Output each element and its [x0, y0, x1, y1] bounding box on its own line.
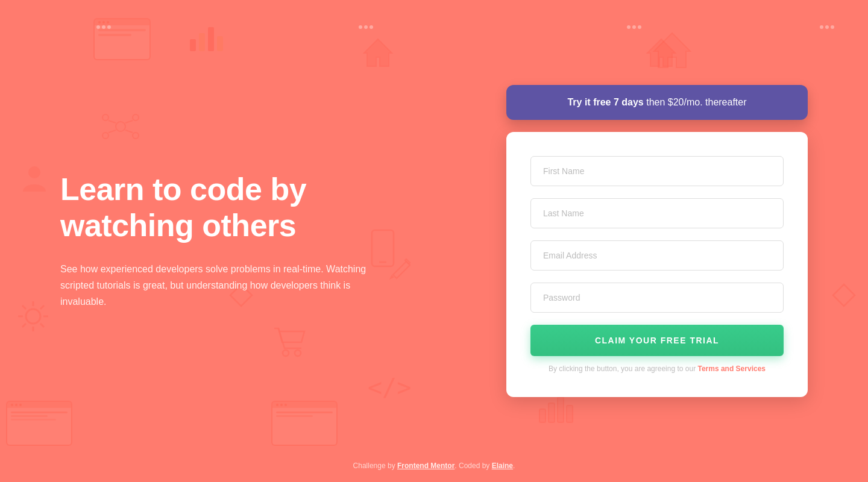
email-input[interactable]	[530, 240, 784, 271]
right-panel: Try it free 7 days then $20/mo. thereaft…	[506, 85, 808, 397]
first-name-input[interactable]	[530, 156, 784, 186]
claim-trial-button[interactable]: CLAIM YOUR FREE TRIAL	[530, 325, 784, 356]
last-name-input[interactable]	[530, 198, 784, 228]
promo-bold-text: Try it free 7 days	[567, 97, 643, 107]
terms-link[interactable]: Terms and Services	[697, 365, 766, 373]
promo-regular-text: then $20/mo. thereafter	[644, 97, 747, 107]
footer-end: .	[513, 462, 515, 470]
first-name-group	[530, 156, 784, 186]
footer-middle: . Coded by	[454, 462, 491, 470]
terms-prefix: By clicking the button, you are agreeing…	[549, 365, 697, 373]
left-panel: Learn to code by watching others See how…	[60, 172, 386, 310]
footer-text: Challenge by	[353, 462, 397, 470]
author-link[interactable]: Elaine	[492, 462, 513, 470]
password-group	[530, 283, 784, 313]
last-name-group	[530, 198, 784, 228]
password-input[interactable]	[530, 283, 784, 313]
main-heading: Learn to code by watching others	[60, 172, 386, 244]
footer: Challenge by Frontend Mentor. Coded by E…	[0, 462, 868, 470]
content-wrapper: Learn to code by watching others See how…	[0, 0, 868, 482]
terms-text: By clicking the button, you are agreeing…	[530, 365, 784, 373]
frontend-mentor-link[interactable]: Frontend Mentor	[397, 462, 454, 470]
sub-description: See how experienced developers solve pro…	[60, 261, 386, 310]
promo-banner: Try it free 7 days then $20/mo. thereaft…	[506, 85, 808, 120]
form-card: CLAIM YOUR FREE TRIAL By clicking the bu…	[506, 132, 808, 397]
email-group	[530, 240, 784, 271]
